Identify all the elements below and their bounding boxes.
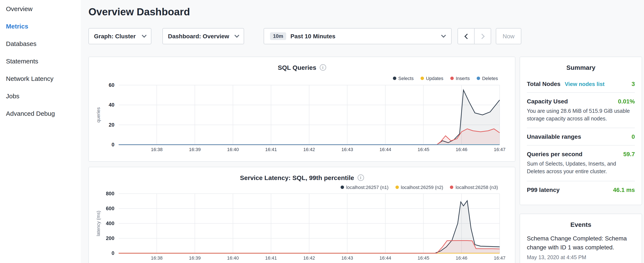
info-icon[interactable]: i [320,64,326,71]
time-pager [458,28,491,44]
legend-item[interactable]: Selects [393,76,414,81]
svg-text:16:46: 16:46 [456,255,467,261]
event-timestamp: May 13, 2020 at 4:45 PM [527,254,635,260]
dashboard-label: Dashboard: Overview [168,33,229,40]
legend-label: localhost:26257 (n1) [346,185,388,190]
legend-label: Updates [426,76,443,81]
service-latency-chart[interactable]: 020040060080016:3816:3916:4016:4116:4216… [89,167,516,263]
summary-value: 46.1 ms [613,186,635,193]
sidebar: Overview Metrics Databases Statements Ne… [0,0,81,263]
page-title: Overview Dashboard [88,6,190,18]
summary-label: Queries per second [527,151,582,158]
chart-title: Service Latency: SQL, 99th percentile [240,174,354,181]
svg-text:0: 0 [112,250,114,256]
svg-text:16:43: 16:43 [342,147,353,152]
legend-dot-icon [450,185,454,189]
legend-label: Selects [398,76,414,81]
summary-row-queries-per-second: Queries per second 59.7 Sum of Selects, … [527,146,635,181]
graph-scope-dropdown[interactable]: Graph: Cluster [88,28,152,44]
svg-text:16:42: 16:42 [303,147,315,152]
legend-label: Deletes [482,76,498,81]
legend-item[interactable]: Updates [420,76,443,81]
legend-label: Inserts [456,76,470,81]
legend-item[interactable]: localhost:26258 (n3) [450,185,498,190]
sidebar-item-metrics[interactable]: Metrics [0,18,81,35]
summary-row-capacity-used: Capacity Used 0.01% You are using 28.6 M… [527,93,635,128]
svg-text:16:40: 16:40 [227,147,239,152]
svg-text:400: 400 [106,220,114,226]
svg-text:16:45: 16:45 [418,255,429,261]
summary-row-p99-latency: P99 latency 46.1 ms [527,181,635,198]
summary-row-total-nodes: Total Nodes View nodes list 3 [527,75,635,93]
summary-row-unavailable-ranges: Unavailable ranges 0 [527,128,635,146]
sidebar-item-jobs[interactable]: Jobs [0,87,81,105]
time-range-label: Past 10 Minutes [290,33,438,40]
events-title: Events [527,214,635,232]
svg-text:200: 200 [106,235,114,241]
sql-queries-chart[interactable]: 020406016:3816:3916:4016:4116:4216:4316:… [89,57,516,162]
svg-text:40: 40 [109,102,114,108]
info-icon[interactable]: i [358,174,364,181]
chart-legend: localhost:26257 (n1)localhost:26259 (n2)… [340,185,498,190]
view-nodes-link[interactable]: View nodes list [565,81,604,87]
chevron-down-icon [441,33,446,38]
legend-label: localhost:26258 (n3) [456,185,498,190]
svg-text:60: 60 [109,82,114,88]
svg-text:800: 800 [106,191,114,196]
summary-label: P99 latency [527,186,560,193]
time-prev-button[interactable] [458,28,474,44]
graph-scope-label: Graph: Cluster [94,33,136,40]
legend-item[interactable]: Deletes [476,76,498,81]
sql-queries-card: 020406016:3816:3916:4016:4116:4216:4316:… [88,57,515,162]
time-range-dropdown[interactable]: 10m Past 10 Minutes [264,28,452,44]
summary-panel: Summary Total Nodes View nodes list 3 Ca… [520,57,642,205]
svg-text:queries: queries [96,107,101,123]
svg-text:16:44: 16:44 [380,255,391,261]
summary-description: Sum of Selects, Updates, Inserts, and De… [527,160,635,176]
summary-label: Unavailable ranges [527,133,581,140]
time-range-badge: 10m [270,32,286,40]
chart-title-row: Service Latency: SQL, 99th percentile i [89,174,515,181]
dashboard-dropdown[interactable]: Dashboard: Overview [162,28,244,44]
legend-dot-icon [450,77,454,80]
summary-description: You are using 28.6 MiB of 515.9 GiB usab… [527,107,635,123]
svg-text:16:44: 16:44 [380,147,391,152]
summary-value: 0.01% [618,98,635,105]
summary-label: Capacity Used [527,98,568,105]
legend-item[interactable]: localhost:26259 (n2) [395,185,443,190]
summary-value: 59.7 [624,151,635,158]
time-next-button[interactable] [474,28,491,44]
svg-text:16:43: 16:43 [342,255,353,261]
chart-title-row: SQL Queries i [89,64,515,71]
summary-value: 0 [632,133,635,140]
summary-label: Total Nodes [527,80,560,87]
legend-item[interactable]: Inserts [450,76,470,81]
legend-dot-icon [395,185,399,189]
svg-text:0: 0 [112,142,114,147]
summary-value: 3 [632,80,635,87]
svg-text:600: 600 [106,205,114,211]
legend-dot-icon [393,77,396,80]
chart-legend: SelectsUpdatesInsertsDeletes [393,76,498,81]
events-panel: Events Schema Change Completed: Schema c… [520,214,642,263]
legend-dot-icon [476,77,480,80]
chevron-right-icon [479,34,484,39]
sidebar-item-network-latency[interactable]: Network Latency [0,70,81,87]
sidebar-item-databases[interactable]: Databases [0,35,81,52]
svg-text:latency (ms): latency (ms) [96,211,101,236]
svg-text:16:42: 16:42 [303,255,315,261]
now-button[interactable]: Now [496,28,521,44]
svg-text:16:38: 16:38 [151,147,163,152]
sidebar-item-advanced-debug[interactable]: Advanced Debug [0,105,81,122]
event-text: Schema Change Completed: Schema change w… [527,234,635,252]
summary-title: Summary [527,57,635,75]
svg-text:16:38: 16:38 [151,255,163,261]
sidebar-item-overview[interactable]: Overview [0,0,81,18]
event-item: Schema Change Completed: Schema change w… [527,234,635,260]
legend-dot-icon [420,77,424,80]
legend-item[interactable]: localhost:26257 (n1) [340,185,388,190]
legend-dot-icon [340,185,344,189]
sidebar-item-statements[interactable]: Statements [0,52,81,70]
chevron-down-icon [234,33,240,38]
app: Overview Metrics Databases Statements Ne… [0,0,644,263]
